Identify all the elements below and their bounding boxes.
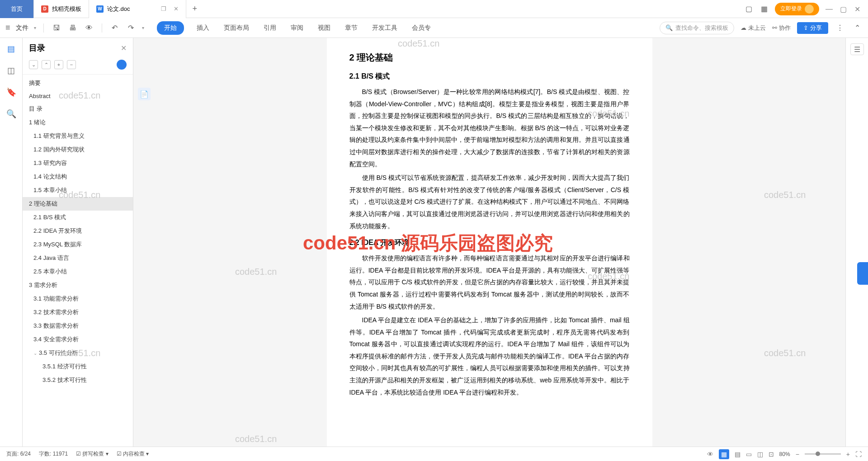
layout-icon[interactable]: ▢ xyxy=(744,5,753,14)
outline-item-label: 3.4 安全需求分析 xyxy=(33,336,79,343)
outline-item[interactable]: 3.2 技术需求分析 xyxy=(23,306,133,319)
search-input[interactable]: 🔍 查找命令、搜索模板 xyxy=(660,22,734,34)
save-icon[interactable]: 🖫 xyxy=(51,23,62,33)
close-window-icon[interactable]: ✕ xyxy=(854,5,863,13)
content-check[interactable]: ☑ 内容检查 ▾ xyxy=(117,450,149,458)
zoom-level[interactable]: 80% xyxy=(779,451,790,457)
outline-item-label: 3.1 功能需求分析 xyxy=(33,295,79,302)
tab-template[interactable]: D 找稻壳模板 xyxy=(34,0,89,18)
ribbon-tab-chapter[interactable]: 章节 xyxy=(343,21,359,35)
cloud-status[interactable]: ☁ 未上云 xyxy=(741,24,766,32)
share-button[interactable]: ⇪ 分享 xyxy=(797,22,828,34)
outline-item[interactable]: 目 录 xyxy=(23,102,133,116)
minimize-icon[interactable]: — xyxy=(826,5,834,13)
collapse-ribbon-icon[interactable]: ⌃ xyxy=(852,23,863,33)
remove-level-icon[interactable]: − xyxy=(67,60,76,69)
outline-item-label: 1.2 国内外研究现状 xyxy=(33,146,85,153)
view-outline-icon[interactable]: ▤ xyxy=(735,451,741,458)
outline-rail-icon[interactable]: ▤ xyxy=(6,43,17,54)
outline-item[interactable]: ⌄3.5 可行性分析 xyxy=(23,346,133,360)
outline-item[interactable]: 3.5.2 技术可行性 xyxy=(23,373,133,387)
toolbar: ≡ 文件 ▾ 🖫 🖶 👁 ↶ ↷ ▾ 开始 插入 页面布局 引用 审阅 视图 章… xyxy=(0,18,868,38)
bookmark-rail-icon[interactable]: 🔖 xyxy=(6,87,17,98)
outline-item[interactable]: 2.1 B/S 模式 xyxy=(23,211,133,224)
fullscreen-icon[interactable]: ⛶ xyxy=(855,451,862,458)
ribbon-tab-layout[interactable]: 页面布局 xyxy=(222,21,251,35)
outline-item[interactable]: 2 理论基础 xyxy=(23,197,133,211)
view-read-icon[interactable]: ◫ xyxy=(757,451,763,458)
outline-item[interactable]: 2.4 Java 语言 xyxy=(23,251,133,265)
outline-item[interactable]: 2.2 IDEA 开发环境 xyxy=(23,224,133,238)
more-icon[interactable]: ⋮ xyxy=(835,23,845,33)
outline-item-label: 3.3 数据需求分析 xyxy=(33,322,79,329)
maximize-icon[interactable]: ▢ xyxy=(840,5,848,13)
outline-item[interactable]: 1.5 本章小结 xyxy=(23,183,133,197)
zoom-out-icon[interactable]: − xyxy=(796,451,799,458)
page-action-icon[interactable]: 📄 xyxy=(138,88,151,100)
search-icon: 🔍 xyxy=(665,24,673,31)
eye-icon[interactable]: 👁 xyxy=(707,451,713,458)
sync-badge-icon[interactable] xyxy=(117,60,127,70)
outline-item[interactable]: 1 绪论 xyxy=(23,116,133,129)
file-menu[interactable]: 文件 xyxy=(16,24,28,32)
outline-item[interactable]: 1.2 国内外研究现状 xyxy=(23,143,133,156)
ribbon-tab-reference[interactable]: 引用 xyxy=(262,21,278,35)
outline-item[interactable]: 1.3 研究内容 xyxy=(23,156,133,170)
share-icon: ⇪ xyxy=(803,24,808,31)
outline-item[interactable]: Abstract xyxy=(23,90,133,102)
outline-item[interactable]: 1.1 研究背景与意义 xyxy=(23,129,133,143)
outline-item[interactable]: 1.4 论文结构 xyxy=(23,170,133,183)
tab-home[interactable]: 首页 xyxy=(0,0,34,18)
outline-item[interactable]: 3.3 数据需求分析 xyxy=(23,319,133,333)
heading-2: 2.1 B/S 模式 xyxy=(349,72,630,81)
zoom-slider[interactable] xyxy=(805,453,841,455)
view-web-icon[interactable]: ▭ xyxy=(746,451,752,458)
zoom-fit-icon[interactable]: ⊡ xyxy=(769,451,774,458)
word-count[interactable]: 字数: 11971 xyxy=(39,450,68,458)
document-area[interactable]: 📄 2 理论基础 2.1 B/S 模式 B/S 模式（Browser/Serve… xyxy=(133,38,845,447)
login-button[interactable]: 立即登录 xyxy=(775,3,819,15)
outline-item[interactable]: 3.4 安全需求分析 xyxy=(23,333,133,346)
panel-toggle-icon[interactable]: ☰ xyxy=(850,43,864,55)
ribbon-tab-member[interactable]: 会员专 xyxy=(410,21,433,35)
spell-check[interactable]: ☑ 拼写检查 ▾ xyxy=(76,450,108,458)
outline-item-label: 3 需求分析 xyxy=(29,282,57,288)
ribbon-tab-start[interactable]: 开始 xyxy=(157,21,184,35)
collapse-all-icon[interactable]: ⌄ xyxy=(29,60,38,69)
search-rail-icon[interactable]: 🔍 xyxy=(6,108,17,119)
close-icon[interactable]: ✕ xyxy=(121,44,127,52)
expand-all-icon[interactable]: ⌃ xyxy=(42,60,51,69)
apps-icon[interactable]: ▦ xyxy=(760,5,769,14)
outline-item[interactable]: 2.3 MySQL 数据库 xyxy=(23,238,133,251)
undo-icon[interactable]: ↶ xyxy=(109,23,120,33)
outline-item-label: 3.2 技术需求分析 xyxy=(33,309,79,315)
tab-add-button[interactable]: + xyxy=(186,4,204,14)
page-indicator[interactable]: 页面: 6/24 xyxy=(6,450,31,458)
ribbon-tab-devtools[interactable]: 开发工具 xyxy=(370,21,399,35)
redo-icon[interactable]: ↷ xyxy=(126,23,137,33)
preview-icon[interactable]: 👁 xyxy=(84,23,94,33)
outline-item[interactable]: 2.5 本章小结 xyxy=(23,265,133,278)
zoom-in-icon[interactable]: + xyxy=(846,451,850,458)
close-icon[interactable]: ✕ xyxy=(174,5,179,12)
tab-document[interactable]: W 论文.doc ❐ ✕ xyxy=(89,0,186,18)
paragraph: 使用 B/S 模式可以节省系统资源配置，提高研发工作效率，减少开发时间，因而大大… xyxy=(349,172,630,232)
add-level-icon[interactable]: + xyxy=(54,60,63,69)
outline-item-label: 3.5.1 经济可行性 xyxy=(42,363,87,370)
outline-item-label: 1.5 本章小结 xyxy=(33,187,67,193)
view-page-icon[interactable]: ▦ xyxy=(719,449,729,459)
ribbon-tab-view[interactable]: 视图 xyxy=(316,21,332,35)
outline-item[interactable]: 3.1 功能需求分析 xyxy=(23,292,133,306)
outline-item[interactable]: 3.5.1 经济可行性 xyxy=(23,360,133,373)
collab-button[interactable]: ⚯ 协作 xyxy=(772,24,791,32)
menu-icon[interactable]: ≡ xyxy=(5,23,10,33)
ribbon-tab-insert[interactable]: 插入 xyxy=(195,21,211,35)
outline-item[interactable]: 摘要 xyxy=(23,76,133,90)
feedback-tab[interactable] xyxy=(857,262,868,285)
thumbnail-rail-icon[interactable]: ◫ xyxy=(6,65,17,76)
outline-item[interactable]: 3 需求分析 xyxy=(23,278,133,292)
tab-window-icon[interactable]: ❐ xyxy=(161,5,166,12)
left-rail: ▤ ◫ 🔖 🔍 xyxy=(0,38,23,447)
print-icon[interactable]: 🖶 xyxy=(67,23,78,33)
ribbon-tab-review[interactable]: 审阅 xyxy=(289,21,305,35)
